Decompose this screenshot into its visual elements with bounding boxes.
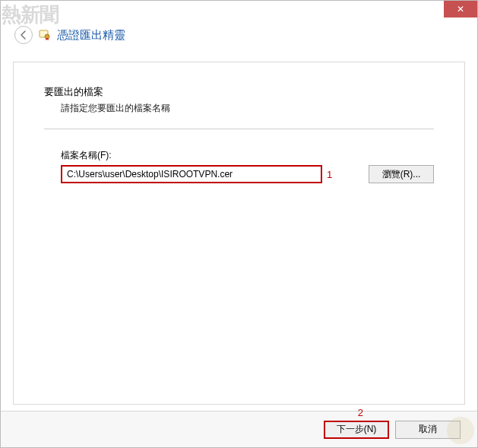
close-icon: ✕ [457, 4, 464, 14]
annotation-2: 2 [358, 407, 363, 418]
wizard-footer: 2 下一步(N) 取消 [1, 411, 477, 447]
titlebar: ✕ [1, 1, 477, 22]
next-button[interactable]: 下一步(N) [324, 421, 389, 439]
certificate-icon [39, 29, 51, 41]
annotation-1: 1 [327, 169, 332, 180]
filename-field-block: 檔案名稱(F): 1 瀏覽(R)... [44, 149, 434, 183]
close-button[interactable]: ✕ [444, 1, 477, 17]
filename-label: 檔案名稱(F): [61, 149, 434, 162]
wizard-title: 憑證匯出精靈 [57, 28, 125, 43]
section-subtitle: 請指定您要匯出的檔案名稱 [44, 102, 434, 115]
filename-row: 1 瀏覽(R)... [61, 165, 434, 183]
divider [44, 129, 434, 129]
arrow-left-icon [18, 30, 29, 40]
wizard-window: ✕ 憑證匯出精靈 要匯出的檔案 請指定您要匯出的檔案名稱 檔案名稱(F): [0, 0, 478, 448]
content-area: 要匯出的檔案 請指定您要匯出的檔案名稱 檔案名稱(F): 1 瀏覽(R)... [1, 48, 477, 411]
back-button[interactable] [14, 26, 33, 44]
browse-button[interactable]: 瀏覽(R)... [369, 165, 434, 183]
wizard-header: 憑證匯出精靈 [1, 22, 477, 48]
filename-input[interactable] [61, 165, 322, 183]
content-panel: 要匯出的檔案 請指定您要匯出的檔案名稱 檔案名稱(F): 1 瀏覽(R)... [13, 62, 465, 405]
cancel-button[interactable]: 取消 [395, 421, 461, 439]
section-title: 要匯出的檔案 [44, 85, 434, 99]
